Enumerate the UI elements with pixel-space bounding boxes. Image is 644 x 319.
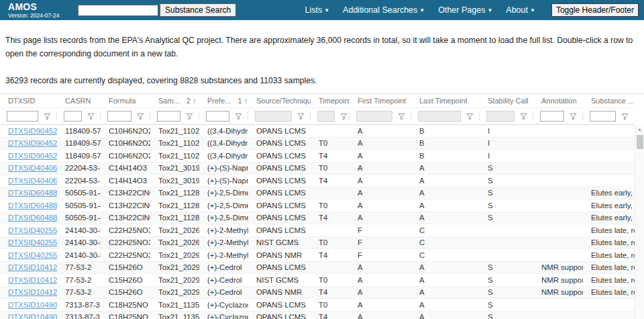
filter-icon[interactable] <box>44 113 51 120</box>
column-header-source-technique[interactable]: Source/Technique <box>248 97 311 105</box>
table-row[interactable]: DTXSID9045215118409-57-7C10H6N2O2Tox21_1… <box>0 125 635 138</box>
cell-formula: C15H26O <box>101 276 150 284</box>
table-row[interactable]: DTXSID402558124140-30-5C22H25NO3Tox21_20… <box>0 249 635 262</box>
nav-about[interactable]: About▼ <box>506 5 535 15</box>
scrollbar-thumb[interactable] <box>637 135 643 149</box>
cell-preferred-name: (+)-Cyclazocine <box>199 301 248 309</box>
filter-icon[interactable] <box>570 113 577 120</box>
cell-dtxsid: DTXSID1041269 <box>0 276 57 284</box>
column-header-substance[interactable]: Substance ... <box>583 97 635 105</box>
cell-last-timepoint: A <box>411 189 480 197</box>
table-row[interactable]: DTXSID104126977-53-2C15H26OTox21_202945(… <box>0 274 635 287</box>
column-header-timepoint[interactable]: Timepoint <box>311 97 350 105</box>
table-row[interactable]: DTXSID604888850505-91-4C13H22ClNO2Tox21_… <box>0 187 635 200</box>
first-timepoint-value: A <box>358 189 363 197</box>
dtxsid-link[interactable]: DTXSID6048888 <box>8 189 57 197</box>
records-grid: DTXSIDCASRNFormulaSam...2 ↑Prefe...1 ↑So… <box>0 93 644 319</box>
column-header-first-timepoint[interactable]: First Timepoint <box>350 97 411 105</box>
filter-input-casrn[interactable] <box>64 111 82 122</box>
column-label: Prefe... <box>207 97 231 105</box>
dtxsid-link[interactable]: DTXSID1041269 <box>8 263 57 271</box>
nav-additional-searches[interactable]: Additional Searches▼ <box>343 5 425 15</box>
cell-sample-id: Tox21_112840 <box>150 214 199 222</box>
dtxsid-link[interactable]: DTXSID4025581 <box>8 238 57 246</box>
cell-source-technique: OPANS LCMS <box>248 313 311 319</box>
cell-casrn: 77-53-2 <box>57 263 101 271</box>
table-row[interactable]: DTXSID404068622204-53-1C14H14O3Tox21_301… <box>0 175 635 187</box>
filter-cell-source-technique <box>248 108 311 124</box>
filter-input-dtxsid[interactable] <box>7 111 38 122</box>
dtxsid-link[interactable]: DTXSID1049011 <box>8 301 57 309</box>
column-header-stability-call[interactable]: Stability Call <box>480 97 533 105</box>
toggle-header-footer-button[interactable]: Toggle Header/Footer <box>551 3 639 17</box>
cell-preferred-name: ((3,4-Dihydrox... <box>199 152 248 160</box>
filter-icon[interactable] <box>621 113 629 120</box>
table-row[interactable]: DTXSID10490117313-87-3C18H25NOTox21_1135… <box>0 312 635 319</box>
dtxsid-link[interactable]: DTXSID4040686 <box>8 177 57 185</box>
first-timepoint-value: A <box>358 313 363 319</box>
table-row[interactable]: DTXSID402558124140-30-5C22H25NO3Tox21_20… <box>0 224 635 237</box>
column-header-annotation[interactable]: Annotation <box>533 97 583 105</box>
filter-icon[interactable] <box>398 113 405 120</box>
dtxsid-link[interactable]: DTXSID4040686 <box>8 164 57 172</box>
cell-timepoint: T0 <box>311 301 350 309</box>
dtxsid-link[interactable]: DTXSID1041269 <box>8 288 57 296</box>
nav-lists[interactable]: Lists▼ <box>305 5 329 15</box>
nav-other-pages[interactable]: Other Pages▼ <box>438 5 492 15</box>
column-header-casrn[interactable]: CASRN <box>57 97 101 105</box>
table-row[interactable]: DTXSID604888850505-91-4C13H22ClNO2Tox21_… <box>0 199 635 212</box>
table-row[interactable]: DTXSID104126977-53-2C15H26OTox21_202945(… <box>0 287 635 300</box>
scroll-up-icon[interactable]: ▲ <box>635 125 644 134</box>
last-timepoint-value: A <box>419 189 425 197</box>
table-row[interactable]: DTXSID9045215118409-57-7C10H6N2O2Tox21_1… <box>0 150 635 163</box>
filter-icon[interactable] <box>87 113 95 120</box>
table-row[interactable]: DTXSID104126977-53-2C15H26OTox21_202945(… <box>0 262 635 275</box>
column-header-last-timepoint[interactable]: Last Timepoint <box>411 97 480 105</box>
filter-input-formula[interactable] <box>107 111 131 122</box>
substance-search-button[interactable]: Substance Search <box>160 3 236 17</box>
cell-last-timepoint: A <box>411 201 480 210</box>
stability-call-value: S <box>488 263 493 271</box>
filter-icon[interactable] <box>137 113 144 120</box>
chevron-down-icon: ▼ <box>530 7 535 13</box>
dtxsid-link[interactable]: DTXSID9045215 <box>8 139 57 147</box>
dtxsid-link[interactable]: DTXSID9045215 <box>8 127 57 135</box>
filter-input-preferred-name[interactable] <box>206 111 229 122</box>
cell-timepoint: T0 <box>311 201 350 210</box>
filter-icon[interactable] <box>297 113 305 120</box>
cell-dtxsid: DTXSID4025581 <box>0 238 57 246</box>
stability-call-value: S <box>488 301 493 309</box>
column-header-dtxsid[interactable]: DTXSID <box>0 97 57 105</box>
cell-sample-id: Tox21_202606 <box>150 226 199 234</box>
dtxsid-link[interactable]: DTXSID6048888 <box>8 214 57 222</box>
substance-search-input[interactable] <box>78 5 158 16</box>
table-row[interactable]: DTXSID604888850505-91-4C13H22ClNO2Tox21_… <box>0 212 635 225</box>
filter-icon[interactable] <box>235 113 242 120</box>
dtxsid-link[interactable]: DTXSID1049011 <box>8 313 57 319</box>
filter-icon[interactable] <box>340 113 347 120</box>
column-header-formula[interactable]: Formula <box>101 97 150 105</box>
table-row[interactable]: DTXSID9045215118409-57-7C10H6N2O2Tox21_1… <box>0 138 635 150</box>
filter-input-substance[interactable] <box>590 111 616 122</box>
filter-input-sample-id[interactable] <box>157 111 180 122</box>
dtxsid-link[interactable]: DTXSID1041269 <box>8 276 57 284</box>
filter-icon[interactable] <box>466 113 474 120</box>
grid-filter-row <box>0 108 635 125</box>
column-label: Annotation <box>541 97 577 105</box>
filter-icon[interactable] <box>186 113 193 120</box>
cell-formula: C13H22ClNO2 <box>101 201 150 210</box>
filter-icon[interactable] <box>520 113 527 120</box>
dtxsid-link[interactable]: DTXSID6048888 <box>8 201 57 210</box>
cell-formula: C13H22ClNO2 <box>101 214 150 222</box>
cell-substance: Elutes late, ret... <box>583 226 635 234</box>
dtxsid-link[interactable]: DTXSID4025581 <box>8 226 57 234</box>
column-header-sample-id[interactable]: Sam...2 ↑ <box>150 97 199 105</box>
dtxsid-link[interactable]: DTXSID4025581 <box>8 251 57 259</box>
dtxsid-link[interactable]: DTXSID9045215 <box>8 152 57 160</box>
filter-input-annotation[interactable] <box>540 111 564 122</box>
table-row[interactable]: DTXSID10490117313-87-3C18H25NOTox21_1135… <box>0 299 635 312</box>
vertical-scrollbar[interactable]: ▲ <box>635 125 644 319</box>
column-header-preferred-name[interactable]: Prefe...1 ↑ <box>199 97 248 105</box>
table-row[interactable]: DTXSID404068622204-53-1C14H14O3Tox21_301… <box>0 163 635 175</box>
table-row[interactable]: DTXSID402558124140-30-5C22H25NO3Tox21_20… <box>0 237 635 250</box>
